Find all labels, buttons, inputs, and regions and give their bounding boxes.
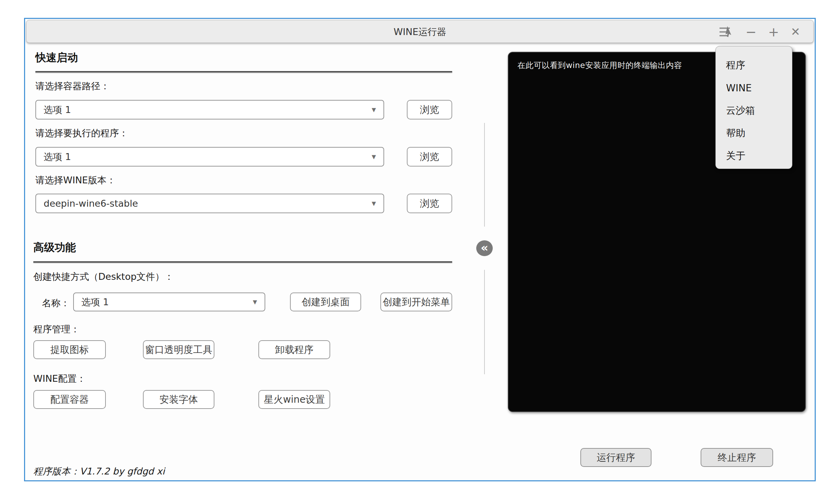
container-path-label: 请选择容器路径： (35, 80, 110, 92)
configure-container-button[interactable]: 配置容器 (33, 390, 106, 409)
wine-version-label: 请选择WINE版本： (35, 174, 116, 186)
titlebar-menu-popup: 程序 WINE 云沙箱 帮助 关于 (715, 46, 792, 169)
dropdown-arrow-icon: ▼ (372, 153, 376, 160)
dropdown-arrow-icon: ▼ (372, 106, 376, 113)
menu-item-help[interactable]: 帮助 (716, 122, 792, 145)
menu-item-program[interactable]: 程序 (716, 54, 792, 77)
panel-divider (484, 123, 485, 227)
create-desktop-button[interactable]: 创建到桌面 (290, 293, 361, 311)
advanced-heading: 高级功能 (33, 240, 76, 255)
dropdown-arrow-icon: ▼ (253, 299, 257, 305)
window-opacity-tool-button[interactable]: 窗口透明度工具 (143, 340, 214, 359)
titlebar: WINE运行器 − + ✕ (26, 20, 814, 43)
close-icon[interactable]: ✕ (791, 26, 800, 37)
wine-config-label: WINE配置： (33, 373, 86, 385)
program-mgmt-label: 程序管理： (33, 323, 80, 335)
quick-start-heading: 快速启动 (35, 50, 78, 65)
install-fonts-button[interactable]: 安装字体 (143, 390, 214, 409)
terminal-placeholder-text: 在此可以看到wine安装应用时的终端输出内容 (517, 60, 682, 71)
window-title: WINE运行器 (26, 20, 813, 43)
panel-divider (484, 270, 485, 374)
menu-item-about[interactable]: 关于 (716, 145, 792, 167)
browse-wine-button[interactable]: 浏览 (407, 194, 452, 213)
quick-start-rule (35, 71, 452, 72)
maximize-icon[interactable]: + (768, 25, 779, 38)
menu-item-cloud-sandbox[interactable]: 云沙箱 (716, 99, 792, 122)
browse-container-button[interactable]: 浏览 (407, 100, 452, 119)
browse-program-button[interactable]: 浏览 (407, 147, 452, 167)
collapse-panel-button[interactable]: « (476, 240, 493, 256)
minimize-icon[interactable]: − (746, 25, 757, 38)
shortcut-name-value: 选项 1 (81, 296, 253, 308)
wine-version-select[interactable]: deepin-wine6-stable ▼ (35, 194, 384, 213)
run-program-button[interactable]: 运行程序 (580, 448, 651, 467)
program-select[interactable]: 选项 1 ▼ (35, 147, 384, 167)
shortcut-name-select[interactable]: 选项 1 ▼ (73, 293, 265, 311)
advanced-rule (33, 261, 452, 263)
create-start-menu-button[interactable]: 创建到开始菜单 (380, 293, 452, 311)
wine-version-value: deepin-wine6-stable (44, 198, 372, 209)
container-path-value: 选项 1 (44, 104, 372, 116)
uninstall-program-button[interactable]: 卸载程序 (258, 340, 330, 359)
program-select-label: 请选择要执行的程序： (35, 127, 128, 139)
container-path-select[interactable]: 选项 1 ▼ (35, 100, 384, 119)
window-controls: − + ✕ (717, 20, 800, 43)
shortcut-label: 创建快捷方式（Desktop文件）： (33, 271, 174, 283)
app-window: WINE运行器 − + ✕ 快速启动 请选择容器路径： 选项 1 ▼ 浏览 请选… (24, 18, 816, 481)
shortcut-name-label: 名称： (42, 297, 70, 309)
spark-wine-settings-button[interactable]: 星火wine设置 (258, 390, 330, 409)
menu-item-wine[interactable]: WINE (716, 77, 792, 99)
collapse-icon: « (481, 242, 488, 253)
extract-icon-button[interactable]: 提取图标 (33, 340, 106, 359)
kill-program-button[interactable]: 终止程序 (701, 448, 773, 467)
menu-pointer-icon[interactable] (717, 25, 734, 39)
dropdown-arrow-icon: ▼ (372, 200, 376, 207)
program-select-value: 选项 1 (44, 151, 372, 163)
version-text: 程序版本：V1.7.2 by gfdgd xi (33, 465, 165, 478)
